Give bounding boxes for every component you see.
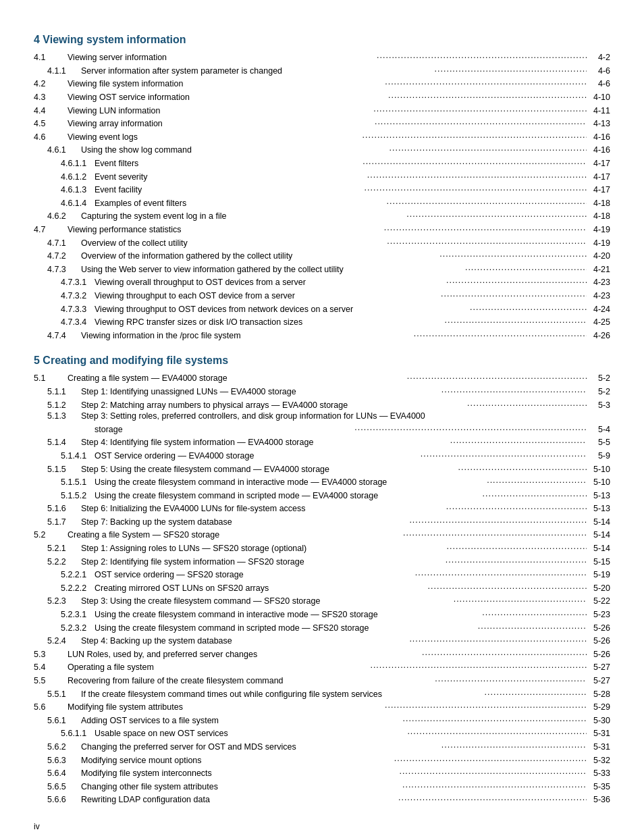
toc-row: 5.1.5Step 5: Using the create filesystem… [34, 461, 610, 475]
toc-text: If the create filesystem command times o… [81, 689, 485, 699]
toc-text: Adding OST services to a file system [81, 716, 403, 725]
toc-row: 5.2Creating a file System — SFS20 storag… [34, 527, 610, 541]
toc-page: 5-3 [587, 400, 610, 410]
toc-row: 4.3Viewing OST service information......… [34, 90, 610, 103]
toc-page: 5-35 [587, 782, 610, 791]
toc-page: 4-21 [587, 265, 610, 274]
toc-dots: ........................................… [478, 621, 587, 633]
toc-dots: ........................................… [446, 276, 587, 287]
toc-num: 5.2.1 [34, 544, 81, 553]
toc-row: 5.6.2Changing the preferred server for O… [34, 739, 610, 753]
toc-dots: ........................................… [458, 463, 587, 474]
toc-row: 4.7Viewing performance statistics.......… [34, 222, 610, 236]
toc-page: 5-20 [587, 583, 610, 593]
toc-num: 4.6 [34, 132, 68, 142]
toc-row: 4.7.4Viewing information in the /proc fi… [34, 328, 610, 341]
toc-text: Rewriting LDAP configuration data [81, 795, 398, 804]
toc-page: 5-32 [587, 756, 610, 765]
toc-text: Viewing overall throughput to OST device… [95, 278, 446, 287]
toc-page: 5-23 [587, 610, 610, 619]
toc-page: 4-18 [587, 211, 610, 221]
toc-dots: ........................................… [409, 634, 587, 646]
toc-dots: ........................................… [483, 489, 587, 500]
footer: iv [34, 822, 610, 831]
toc-num: 4.6.1.2 [34, 172, 95, 182]
toc-row: 5.1.5.2Using the create filesystem comma… [34, 488, 610, 501]
toc-row: 4.2Viewing file system information......… [34, 76, 610, 90]
toc-dots: ........................................… [465, 263, 587, 274]
toc-num: 5.1.6 [34, 504, 81, 513]
toc-num: 5.1.2 [34, 400, 81, 410]
toc-row: 5.1.4.1OST Service ordering — EVA4000 st… [34, 448, 610, 462]
toc-page: 5-29 [587, 702, 610, 712]
toc-text: Step 5: Using the create filesystem comm… [81, 465, 458, 474]
toc-num: 5.1 [34, 373, 68, 383]
toc-page: 4-16 [587, 145, 610, 155]
toc-dots: ........................................… [435, 64, 587, 76]
toc-text: OST Service ordering — EVA4000 storage [95, 451, 421, 461]
toc-page: 5-15 [587, 557, 610, 567]
toc-dots: ........................................… [446, 502, 587, 513]
toc-page: 5-26 [587, 636, 610, 646]
toc-dots: ........................................… [441, 289, 587, 301]
toc-text: Viewing throughput to OST devices from n… [95, 305, 470, 314]
toc-page: 5-2 [587, 387, 610, 396]
toc-page: 5-26 [587, 650, 610, 659]
toc-text: Viewing performance statistics [68, 225, 384, 234]
toc-row: 4.5Viewing array information............… [34, 116, 610, 130]
toc-row: 5.5.1If the create filesystem command ti… [34, 686, 610, 700]
toc-page: 5-13 [587, 491, 610, 500]
toc-row: 4.6.1.1Event filters....................… [34, 156, 610, 170]
toc-text: Capturing the system event log in a file [81, 211, 406, 221]
toc-text: Changing the preferred server for OST an… [81, 742, 441, 752]
toc-dots: ........................................… [394, 754, 587, 765]
toc-dots: ........................................… [388, 90, 587, 102]
section-header-section4: 4 Viewing system information [34, 34, 610, 46]
toc-row: 5.2.2Step 2: Identifying file system inf… [34, 554, 610, 567]
toc-page: 5-4 [587, 425, 610, 434]
toc-num: 4.6.2 [34, 211, 81, 221]
toc-page: 5-36 [587, 795, 610, 804]
toc-text: Examples of event filters [95, 199, 387, 208]
toc-num: 4.1 [34, 53, 68, 62]
toc-num: 5.2.2.1 [34, 570, 95, 579]
toc-row: 4.7.3.3Viewing throughput to OST devices… [34, 301, 610, 315]
toc-dots: ........................................… [407, 727, 587, 738]
toc-row: 4.7.3Using the Web server to view inform… [34, 262, 610, 276]
toc-dots: ........................................… [407, 371, 587, 383]
toc-page: 4-10 [587, 93, 610, 102]
toc-num: 5.1.4 [34, 438, 81, 447]
toc-num: 5.6.3 [34, 756, 81, 765]
toc-num: 5.2.2.2 [34, 583, 95, 593]
toc-row: 5.5Recovering from failure of the create… [34, 673, 610, 687]
toc-num: 5.1.1 [34, 387, 81, 396]
toc-text: LUN Roles, used by, and preferred server… [68, 650, 422, 659]
toc-dots: ........................................… [441, 740, 587, 752]
toc-text: Using the create filesystem command in i… [95, 477, 487, 487]
toc-row: 4.7.3.1Viewing overall throughput to OST… [34, 275, 610, 288]
toc-row: 4.6.2Capturing the system event log in a… [34, 209, 610, 222]
toc-row: 5.2.3.2Using the create filesystem comma… [34, 620, 610, 633]
toc-text: Creating mirrored OST LUNs on SFS20 arra… [95, 583, 428, 593]
toc-page: 4-6 [587, 79, 610, 88]
toc-text: Viewing information in the /proc file sy… [81, 331, 414, 340]
toc-row: 4.6.1.2Event severity...................… [34, 169, 610, 182]
toc-num: 5.6.5 [34, 782, 81, 791]
section-header-section5: 5 Creating and modifying file systems [34, 355, 610, 367]
toc-num: 4.7.3.2 [34, 291, 95, 301]
toc-text: Overview of the information gathered by … [81, 251, 439, 261]
toc-dots: ........................................… [373, 104, 587, 115]
toc-num: 5.6.2 [34, 742, 81, 752]
toc-dots: ........................................… [403, 714, 587, 725]
toc-row: 4.6.1.3Event facility...................… [34, 182, 610, 196]
toc-row: 4.7.2Overview of the information gathere… [34, 249, 610, 262]
toc-text: Creating a file System — SFS20 storage [68, 530, 403, 540]
toc-num: 5.6.4 [34, 768, 81, 778]
toc-num: 4.6.1.3 [34, 185, 95, 194]
toc-text: Viewing OST service information [68, 93, 388, 102]
toc-row: 5.1Creating a file system — EVA4000 stor… [34, 371, 610, 384]
toc-text: Modifying file system interconnects [81, 768, 399, 778]
toc-text: Step 4: Backing up the system database [81, 636, 409, 646]
toc-dots: ........................................… [435, 674, 587, 685]
toc-text: Using the create filesystem command in s… [95, 491, 483, 500]
